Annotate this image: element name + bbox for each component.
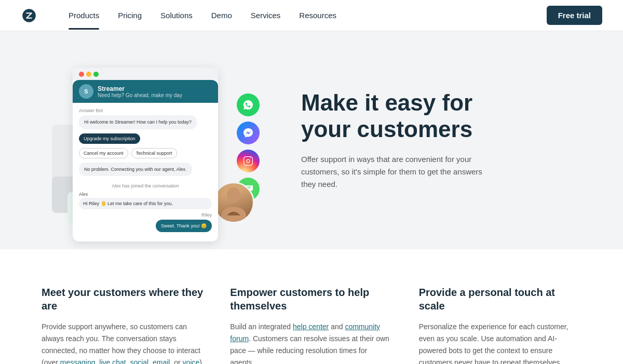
free-trial-button[interactable]: Free trial <box>547 6 602 25</box>
chat-header: S Streamer Need help? Go ahead, make my … <box>73 80 218 103</box>
cancel-btn[interactable]: Cancel my account <box>79 148 128 158</box>
feature-1-desc: Provide support anywhere, so customers c… <box>42 321 204 364</box>
chat-buttons: Upgrade my subscription <box>79 133 212 144</box>
chat-user-name: Streamer <box>98 85 182 92</box>
agent-message: Hi Riley 🖐 Let me take care of this for … <box>79 198 212 209</box>
svg-point-1 <box>227 187 240 203</box>
nav-pricing[interactable]: Pricing <box>118 2 142 29</box>
link-social[interactable]: social <box>130 358 148 364</box>
link-help-center[interactable]: help center <box>293 322 329 331</box>
hero-section: S Streamer Need help? Go ahead, make my … <box>0 31 623 249</box>
features-section: Meet your customers where they are Provi… <box>0 249 623 364</box>
chat-buttons-2: Cancel my account Technical support <box>79 148 212 158</box>
logo[interactable] <box>21 7 37 24</box>
chat-header-sub: Need help? Go ahead, make my day <box>98 92 182 98</box>
hero-heading: Make it easy for your customers <box>301 90 561 142</box>
riley-label: Riley <box>79 212 212 218</box>
instagram-icon[interactable] <box>237 150 260 172</box>
bot-label: Answer Bot <box>79 108 212 113</box>
link-live-chat[interactable]: live chat <box>99 358 126 364</box>
chat-body: Answer Bot Hi welcome to Streamer! How c… <box>73 103 218 241</box>
hero-subtext: Offer support in ways that are convenien… <box>301 153 498 191</box>
whatsapp-icon[interactable] <box>237 93 260 116</box>
agent-avatar <box>213 182 254 223</box>
feature-2-desc: Build an integrated help center and comm… <box>230 321 392 364</box>
logo-icon <box>21 7 37 24</box>
nav-links: Products Pricing Solutions Demo Services… <box>69 2 547 29</box>
nav-products[interactable]: Products <box>69 2 99 29</box>
nav-solutions[interactable]: Solutions <box>160 2 193 29</box>
feature-3-title: Provide a personal touch at scale <box>419 286 581 313</box>
hero-text: Make it easy for your customers Offer su… <box>301 90 561 190</box>
feature-meet-customers: Meet your customers where they are Provi… <box>42 286 204 364</box>
chat-avatar: S <box>79 84 93 99</box>
feature-3-desc: Personalize the experience for each cust… <box>419 321 581 364</box>
bot-bubble-1: Hi welcome to Streamer! How can I help y… <box>79 115 197 129</box>
hero-visual: S Streamer Need help? Go ahead, make my … <box>42 62 260 218</box>
nav-resources[interactable]: Resources <box>299 2 336 29</box>
feature-personal-touch: Provide a personal touch at scale Person… <box>419 286 581 364</box>
nav-services[interactable]: Services <box>251 2 281 29</box>
bot-bubble-2: No problem. Connecting you with our agen… <box>79 163 192 177</box>
tech-support-btn[interactable]: Technical support <box>131 148 177 158</box>
system-message: Alex has joined the conversation <box>79 183 212 188</box>
upgrade-btn[interactable]: Upgrade my subscription <box>79 133 140 144</box>
feature-2-title: Empower customers to help themselves <box>230 286 392 313</box>
link-voice[interactable]: voice <box>183 358 200 364</box>
link-messaging[interactable]: messaging <box>60 358 96 364</box>
feature-1-title: Meet your customers where they are <box>42 286 204 313</box>
agent-name: Alex <box>79 192 212 197</box>
navbar: Products Pricing Solutions Demo Services… <box>0 0 623 31</box>
nav-demo[interactable]: Demo <box>211 2 232 29</box>
chat-card: S Streamer Need help? Go ahead, make my … <box>73 68 218 241</box>
feature-empower-customers: Empower customers to help themselves Bui… <box>230 286 392 364</box>
link-email[interactable]: email <box>153 358 170 364</box>
messenger-icon[interactable] <box>237 122 260 144</box>
riley-message: Sweet. Thank you! 😊 <box>156 220 212 232</box>
